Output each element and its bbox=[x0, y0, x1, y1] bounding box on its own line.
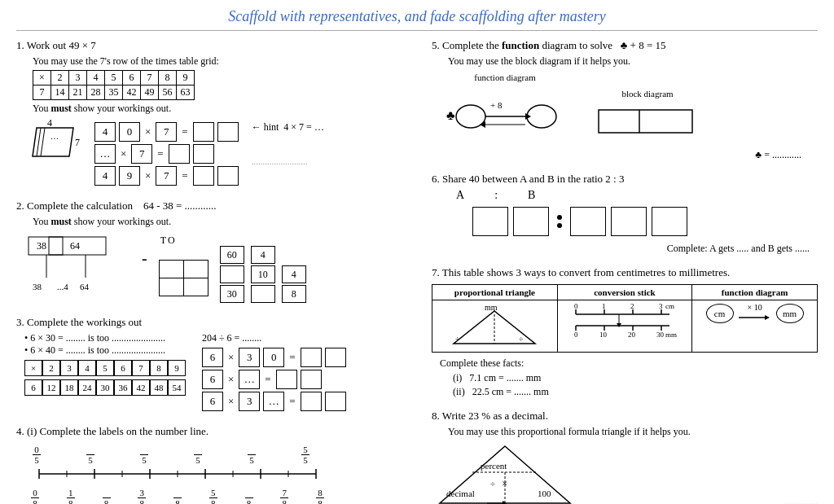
page-title: Scaffold with representatives, and fade … bbox=[16, 8, 818, 31]
svg-text:3: 3 bbox=[659, 303, 663, 310]
s3-mult-boxes: 204 ÷ 6 = ........ 6 × 3 0 = 6 × bbox=[202, 332, 346, 414]
svg-text:7: 7 bbox=[75, 137, 80, 148]
svg-marker-30 bbox=[525, 113, 531, 120]
s2-number-line: 64 38 38 ...4 64 bbox=[24, 233, 130, 301]
svg-text:1: 1 bbox=[602, 303, 606, 310]
svg-text:÷: ÷ bbox=[490, 479, 495, 489]
s1-hint1: You may use the 7's row of the times tab… bbox=[33, 55, 415, 68]
s6-ratio-area: A : B bbox=[456, 189, 818, 255]
svg-marker-66 bbox=[765, 315, 770, 320]
section3-title: 3. Complete the workings out bbox=[16, 316, 415, 329]
svg-text:…: … bbox=[50, 132, 59, 141]
section4-title: 4. (i) Complete the labels on the number… bbox=[16, 425, 415, 438]
svg-text:♣: ♣ bbox=[446, 108, 455, 122]
parallelogram-diagram: 4 7 … bbox=[24, 120, 81, 169]
svg-text:38: 38 bbox=[33, 282, 42, 291]
section7-title: 7. This table shows 3 ways to convert fr… bbox=[432, 266, 818, 279]
s1-label: 1. Work out 49 × 7 bbox=[16, 39, 96, 51]
s3-bullets: • 6 × 30 = ........ is too .............… bbox=[24, 332, 186, 399]
section2-title: 2. Complete the calculation 64 - 38 = ..… bbox=[16, 199, 415, 213]
section5-title: 5. Complete the function diagram to solv… bbox=[432, 39, 818, 52]
svg-text:0: 0 bbox=[574, 303, 578, 310]
s8-hint: You may use this proportional formula tr… bbox=[448, 426, 818, 438]
svg-marker-33 bbox=[480, 121, 485, 128]
s7-facts: Complete these facts: (i) 7.1 cm = .....… bbox=[440, 357, 818, 398]
s5-diagrams: function diagram ♣ + 8 bbox=[440, 72, 818, 146]
s8-triangle: percent decimal ÷ × 100 bbox=[432, 438, 578, 504]
convert-table: proportional triangle conversion stick f… bbox=[432, 284, 818, 353]
svg-text:10: 10 bbox=[599, 331, 608, 339]
svg-text:mm: mm bbox=[485, 303, 498, 312]
svg-text:...4: ...4 bbox=[57, 282, 68, 291]
s5-hint: You may use the block diagram if it help… bbox=[448, 55, 818, 68]
s2-results: 60 4 10 4 30 8 bbox=[220, 244, 306, 305]
to-grid: TO bbox=[159, 233, 208, 296]
s2-must: You must show your workings out. bbox=[33, 216, 415, 228]
section6-title: 6. Share 40 between A and B in the ratio… bbox=[432, 173, 818, 186]
svg-text:mm: mm bbox=[665, 331, 677, 339]
section8-title: 8. Write 23 % as a decimal. bbox=[432, 410, 818, 423]
svg-text:+ 8: + 8 bbox=[490, 100, 503, 110]
number-line: 05 5 5 5 5 55 bbox=[24, 445, 415, 504]
svg-text:100: 100 bbox=[538, 489, 551, 498]
svg-text:cm × 10: cm × 10 bbox=[470, 346, 497, 348]
minus-sign: - bbox=[142, 249, 147, 268]
svg-text:decimal: decimal bbox=[446, 489, 475, 498]
s1-hint-eq: ← hint 4 × 7 = … .......................… bbox=[252, 121, 324, 166]
section1-title: 1. Work out 49 × 7 bbox=[16, 39, 415, 52]
s8-dotted: ............... bbox=[784, 497, 818, 504]
svg-text:4: 4 bbox=[47, 120, 52, 129]
svg-text:÷: ÷ bbox=[519, 335, 524, 344]
svg-line-1 bbox=[37, 128, 41, 156]
svg-text:2: 2 bbox=[630, 303, 634, 310]
svg-text:38: 38 bbox=[37, 240, 46, 252]
s5-answer: ♣ = ............ bbox=[432, 149, 801, 161]
svg-text:×: × bbox=[502, 477, 507, 489]
svg-text:0: 0 bbox=[574, 331, 578, 339]
svg-text:÷: ÷ bbox=[455, 335, 460, 344]
svg-point-34 bbox=[527, 105, 556, 128]
mult-boxes: 4 0 × 7 = … × 7 = bbox=[94, 120, 239, 188]
svg-line-2 bbox=[41, 128, 45, 156]
svg-text:cm: cm bbox=[665, 303, 674, 310]
svg-text:20: 20 bbox=[628, 331, 636, 339]
svg-text:percent: percent bbox=[481, 461, 507, 471]
svg-text:30: 30 bbox=[656, 331, 665, 339]
svg-rect-35 bbox=[599, 110, 692, 133]
s1-hint2: You must show your workings out. bbox=[33, 103, 415, 115]
svg-text:64: 64 bbox=[70, 240, 80, 252]
times-table-grid: × 2 3 4 5 6 7 8 9 7 14 21 28 bbox=[33, 70, 195, 100]
svg-text:64: 64 bbox=[80, 282, 90, 291]
